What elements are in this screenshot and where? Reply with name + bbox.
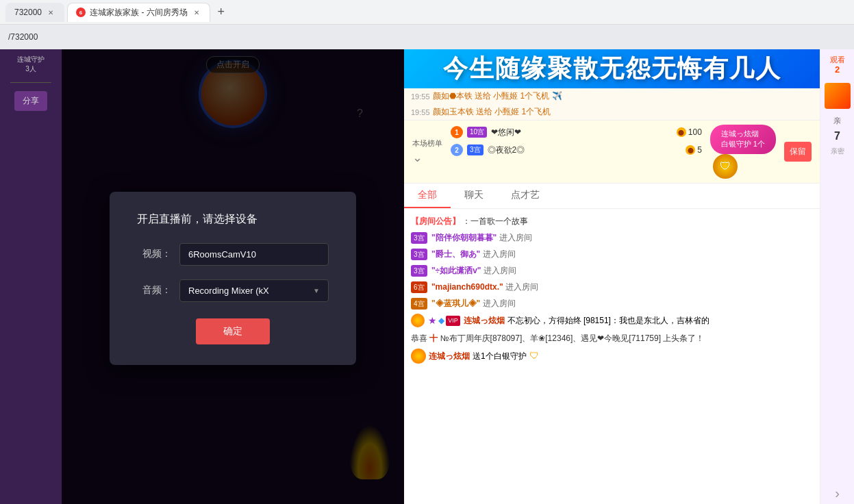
stream-left-panel: 连城守护 3人 分享 点击开启 ? 开启直播前，请选 [0, 49, 404, 504]
nav-tabs: 全部 聊天 点才艺 [404, 184, 820, 209]
video-select-value: 6RoomsCamV10 [188, 249, 256, 260]
vip-badge: VIP [446, 316, 460, 327]
coin-icon-2: ⬤ [686, 145, 695, 155]
tab2-close-icon[interactable]: ✕ [192, 8, 201, 17]
entry2-name: "爵士、御あ" [431, 249, 480, 259]
new-tab-button[interactable]: + [213, 4, 229, 21]
entry1-name: "陪伴你朝朝暮暮" [431, 233, 497, 242]
video-label: 视频： [137, 248, 171, 260]
gift-line: 连城っ炫烟 送1个白银守护 🛡 [411, 346, 813, 366]
stream-content: 点击开启 ? 开启直播前，请选择设备 视频： 6RoomsCamV10 [62, 49, 404, 504]
entry1-text: 进入房间 [499, 233, 532, 242]
tab2-icon: 6 [76, 8, 86, 17]
tab-bar: 732000 ✕ 6 连城家族家族 - 六间房秀场 ✕ + [0, 0, 235, 24]
address-text: /732000 [8, 32, 38, 42]
far-right-panel: 观看 2 亲 7 亲密 › [820, 49, 854, 504]
entry1-badge: 3宫 [411, 232, 427, 244]
purple-star-icon: ★ [428, 314, 437, 328]
keep-button[interactable]: 保留 [784, 142, 812, 162]
notice-line: 【房间公告】 ：一首歌一个故事 [411, 213, 813, 229]
rankings-list: 1 10宫 ❤悠闲❤ ⬤ 100 2 3宫 ◎夜欲2◎ ⬤ 5 [451, 125, 702, 179]
entry3-text: 进入房间 [483, 266, 516, 275]
chat-msg2-text: 颜如玉本铁 送给 小甄姬 1个飞机 [433, 106, 551, 118]
coin-icon: ⬤ [677, 127, 686, 137]
entry3-badge: 3宫 [411, 265, 427, 277]
entry4-text: 进入房间 [505, 282, 538, 292]
user-gold-badge [411, 314, 425, 327]
audio-row: 音频： Recording Mixer (kX ▼ [137, 279, 329, 302]
intimate-count: 7 [834, 130, 840, 142]
user-msg-text: 不忘初心，方得始终 [98151]：我也是东北人，吉林省的 [507, 315, 709, 325]
chat-message-1: 19:55 颜如⬣本铁 送给 小甄姬 1个飞机 ✈️ [404, 88, 820, 104]
entry-line-4: 6宫 "majianch690dtx." 进入房间 [411, 279, 813, 295]
rank-2-badge: 3宫 [467, 144, 483, 155]
chevron-down-icon[interactable]: ⌄ [412, 150, 442, 165]
chevron-down-icon: ▼ [313, 287, 320, 294]
tab-talent[interactable]: 点才艺 [497, 184, 553, 208]
confirm-button[interactable]: 确定 [196, 318, 270, 344]
watch-count: 2 [830, 64, 845, 76]
video-row: 视频： 6RoomsCamV10 [137, 243, 329, 266]
entry2-badge: 3宫 [411, 249, 427, 260]
tab2-label: 连城家族家族 - 六间房秀场 [90, 7, 188, 18]
entry4-name: "majianch690dtx." [431, 282, 503, 292]
rank-1-name: ❤悠闲❤ [491, 127, 521, 138]
protect-badge-area: 连城っ炫烟 白银守护 1个 🛡 [710, 125, 776, 179]
video-select[interactable]: 6RoomsCamV10 [179, 243, 329, 266]
divider [10, 82, 51, 83]
device-dialog-overlay: 开启直播前，请选择设备 视频： 6RoomsCamV10 音频： Recordi… [62, 49, 404, 504]
audio-select[interactable]: Recording Mixer (kX ▼ [179, 279, 329, 302]
tab-chat[interactable]: 聊天 [451, 184, 497, 208]
rank-1-coins: ⬤ 100 [677, 127, 702, 137]
fan-label: 亲 [833, 116, 841, 126]
entry-line-1: 3宫 "陪伴你朝朝暮暮" 进入房间 [411, 229, 813, 246]
notice-label: 【房间公告】 [411, 216, 460, 226]
congrats-prefix: 恭喜 [411, 333, 429, 343]
fan-thumbnail [825, 83, 851, 109]
entry-line-2: 3宫 "爵士、御あ" 进入房间 [411, 246, 813, 262]
gift-badge-icon [411, 349, 426, 364]
scroll-right-arrow-icon[interactable]: › [835, 486, 840, 501]
tab1-close-icon[interactable]: ✕ [46, 8, 55, 17]
congrats-line: 恭喜 十 №布丁周年庆[878097]、羊❀[12346]、遇见❤今晚见[711… [411, 330, 813, 346]
audio-label: 音频： [137, 284, 171, 297]
tab-all[interactable]: 全部 [404, 184, 451, 208]
tab-2[interactable]: 6 连城家族家族 - 六间房秀场 ✕ [67, 3, 210, 22]
rankings-section: 本场榜单 ⌄ 1 10宫 ❤悠闲❤ ⬤ 100 2 3宫 ◎夜欲2◎ [404, 121, 820, 184]
rank-1-number: 1 [451, 126, 463, 138]
congrats-text: №布丁周年庆[878097]、羊❀[12346]、遇见❤今晚见[711759] … [440, 333, 705, 343]
user-message-line: ★ ◆ VIP 连城っ炫烟 不忘初心，方得始终 [98151]：我也是东北人，吉… [411, 312, 813, 330]
notice-text: ：一首歌一个故事 [462, 216, 528, 226]
intimate-label: 亲密 [831, 147, 844, 156]
chat-msg1-text: 颜如⬣本铁 送给 小甄姬 1个飞机 ✈️ [433, 90, 562, 102]
address-bar: /732000 [0, 25, 854, 49]
entry5-text: 进入房间 [483, 299, 516, 308]
share-button[interactable]: 分享 [14, 91, 47, 111]
entry2-text: 进入房间 [483, 249, 516, 259]
rank-2-number: 2 [451, 144, 463, 156]
gift-text: 送1个白银守护 [473, 350, 527, 362]
shield-gift-icon: 🛡 [529, 349, 539, 363]
tab1-label: 732000 [14, 8, 42, 17]
rankings-label: 本场榜单 ⌄ [412, 125, 442, 179]
tab-1[interactable]: 732000 ✕ [5, 3, 64, 22]
top-chat-messages: 19:55 颜如⬣本铁 送给 小甄姬 1个飞机 ✈️ 19:55 颜如玉本铁 送… [404, 88, 820, 121]
dialog-title: 开启直播前，请选择设备 [137, 212, 329, 227]
gift-sender: 连城っ炫烟 [429, 350, 470, 362]
shield-icon: 🛡 [713, 154, 738, 179]
entry-line-3: 3宫 "÷如此潇洒v" 进入房间 [411, 262, 813, 279]
rank-2-name: ◎夜欲2◎ [488, 144, 525, 156]
rank-row-1: 1 10宫 ❤悠闲❤ ⬤ 100 [451, 125, 702, 140]
blue-diamond-icon: ◆ [438, 314, 444, 327]
protect-label: 连城守护 3人 [17, 55, 45, 74]
audio-select-value: Recording Mixer (kX [188, 286, 269, 296]
stream-right-panel: 今生随缘聚散无怨无悔有几人 19:55 颜如⬣本铁 送给 小甄姬 1个飞机 ✈️… [404, 49, 820, 504]
entry3-name: "÷如此潇洒v" [431, 266, 481, 275]
stream-title: 今生随缘聚散无怨无悔有几人 [443, 54, 781, 82]
rank-row-2: 2 3宫 ◎夜欲2◎ ⬤ 5 [451, 142, 702, 158]
user-msg-name: 连城っ炫烟 [464, 315, 505, 325]
rank-1-badge: 10宫 [467, 127, 487, 138]
main-content: 连城守护 3人 分享 点击开启 ? 开启直播前，请选 [0, 49, 854, 504]
chat-message-2: 19:55 颜如玉本铁 送给 小甄姬 1个飞机 [404, 104, 820, 120]
watch-section: 观看 2 [830, 55, 845, 76]
